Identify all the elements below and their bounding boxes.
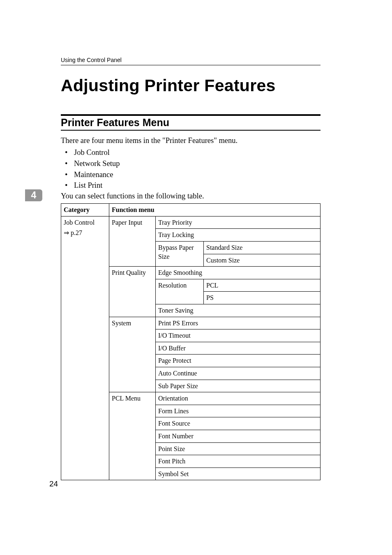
cell-item: Tray Priority <box>156 216 321 229</box>
cell-item: Font Source <box>156 417 321 430</box>
cell-item: Point Size <box>156 442 321 455</box>
features-table: Category Function menu Job Control ⇒ p.2… <box>61 203 321 480</box>
cell-function-menu: Print Quality <box>109 267 156 317</box>
cell-function-menu: Paper Input <box>109 216 156 266</box>
cell-value: Custom Size <box>204 254 321 267</box>
table-header-row: Category Function menu <box>61 204 321 216</box>
cell-function-menu: PCL Menu <box>109 392 156 480</box>
cell-value: Standard Size <box>204 242 321 254</box>
cell-item: I/O Buffer <box>156 342 321 355</box>
table-intro-text: You can select functions in the followin… <box>61 192 321 200</box>
cell-item: Font Pitch <box>156 455 321 468</box>
cell-item: Auto Continue <box>156 367 321 380</box>
cell-item: Form Lines <box>156 405 321 417</box>
cell-item: Edge Smoothing <box>156 267 321 279</box>
chapter-tab: 4 <box>25 189 42 201</box>
cell-item: Orientation <box>156 392 321 405</box>
cell-item: Sub Paper Size <box>156 380 321 392</box>
page-number: 24 <box>49 479 58 488</box>
running-header: Using the Control Panel <box>61 57 321 65</box>
intro-text: There are four menu items in the "Printe… <box>61 136 321 145</box>
cell-item: Tray Locking <box>156 229 321 242</box>
cell-subitem: Bypass Paper Size <box>156 242 204 267</box>
table-row: Job Control ⇒ p.27 Paper Input Tray Prio… <box>61 216 321 229</box>
cell-value: PS <box>204 292 321 304</box>
header-function-menu: Function menu <box>109 204 321 216</box>
cell-item: Toner Saving <box>156 304 321 317</box>
category-page-ref: ⇒ p.27 <box>64 228 106 237</box>
page-title: Adjusting Printer Features <box>61 76 321 95</box>
list-item: List Print <box>64 180 321 191</box>
category-name: Job Control <box>64 219 95 226</box>
cell-category: Job Control ⇒ p.27 <box>61 216 109 480</box>
cell-item: Symbol Set <box>156 467 321 480</box>
list-item: Network Setup <box>64 158 321 169</box>
cell-item: Print PS Errors <box>156 317 321 329</box>
cell-function-menu: System <box>109 317 156 392</box>
cell-item: I/O Timeout <box>156 329 321 342</box>
list-item: Job Control <box>64 147 321 158</box>
cell-item: Font Number <box>156 430 321 442</box>
menu-items-list: Job Control Network Setup Maintenance Li… <box>64 147 321 191</box>
cell-value: PCL <box>204 279 321 292</box>
cell-item: Page Protect <box>156 355 321 367</box>
header-category: Category <box>61 204 109 216</box>
cell-subitem: Resolution <box>156 279 204 304</box>
section-title: Printer Features Menu <box>61 114 321 131</box>
list-item: Maintenance <box>64 169 321 180</box>
